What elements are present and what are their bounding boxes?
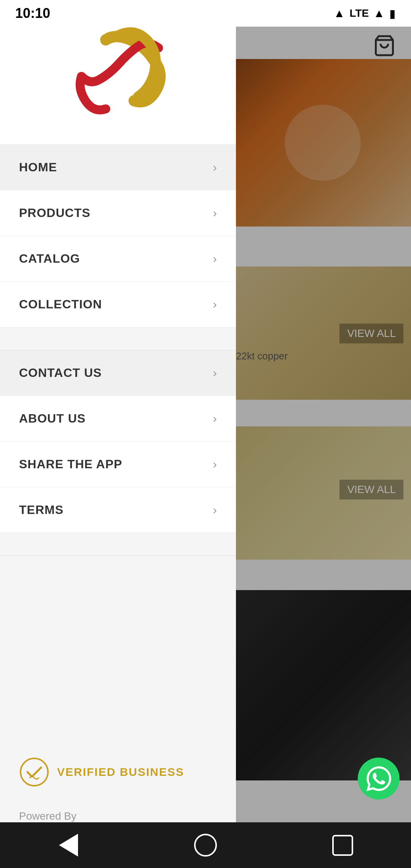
primary-menu: HOME › PRODUCTS › CATALOG › COLLECTION › — [0, 145, 236, 327]
sidebar-item-share-the-app[interactable]: SHARE THE APP › — [0, 442, 236, 487]
chevron-right-icon: › — [213, 457, 217, 471]
bottom-navigation — [0, 822, 411, 868]
recents-square-icon — [332, 835, 353, 856]
footer-divider — [0, 533, 236, 556]
catalog-label: CATALOG — [19, 252, 80, 266]
contact-us-label: CONTACT US — [19, 366, 102, 380]
navigation-drawer: HOME › PRODUCTS › CATALOG › COLLECTION ›… — [0, 0, 236, 868]
about-us-label: ABOUT US — [19, 412, 86, 426]
chevron-right-icon: › — [213, 412, 217, 426]
chevron-right-icon: › — [213, 366, 217, 380]
svg-point-1 — [21, 758, 48, 786]
home-label: HOME — [19, 160, 57, 174]
sidebar-item-terms[interactable]: TERMS › — [0, 487, 236, 533]
battery-icon: ▮ — [389, 7, 396, 20]
brand-logo — [57, 19, 179, 126]
recents-button[interactable] — [327, 830, 358, 860]
chevron-right-icon: › — [213, 503, 217, 517]
drawer-footer: VERIFIED BUSINESS Powered By Jewelxy ∞ v… — [0, 556, 236, 868]
status-bar: 10:10 ▲ LTE ▲ ▮ — [0, 0, 411, 27]
chevron-right-icon: › — [213, 297, 217, 311]
sidebar-item-contact-us[interactable]: CONTACT US › — [0, 350, 236, 396]
verified-badge: VERIFIED BUSINESS — [19, 757, 217, 787]
home-button[interactable] — [190, 830, 221, 860]
chevron-right-icon: › — [213, 160, 217, 174]
status-icons: ▲ LTE ▲ ▮ — [334, 7, 396, 20]
sidebar-item-products[interactable]: PRODUCTS › — [0, 190, 236, 236]
wifi-icon: ▲ — [334, 7, 345, 20]
sidebar-item-catalog[interactable]: CATALOG › — [0, 236, 236, 282]
back-arrow-icon — [59, 834, 78, 857]
collection-label: COLLECTION — [19, 297, 102, 311]
terms-label: TERMS — [19, 503, 64, 517]
sidebar-item-about-us[interactable]: ABOUT US › — [0, 396, 236, 442]
lte-icon: LTE — [349, 7, 369, 19]
products-label: PRODUCTS — [19, 206, 91, 220]
verified-icon — [19, 757, 49, 787]
secondary-menu: CONTACT US › ABOUT US › SHARE THE APP › … — [0, 350, 236, 533]
whatsapp-icon — [366, 766, 391, 791]
chevron-right-icon: › — [213, 252, 217, 266]
status-time: 10:10 — [15, 5, 50, 21]
sidebar-item-collection[interactable]: COLLECTION › — [0, 282, 236, 327]
chevron-right-icon: › — [213, 206, 217, 220]
signal-icon: ▲ — [373, 7, 385, 20]
powered-by-text: Powered By — [19, 810, 217, 822]
verified-text: VERIFIED BUSINESS — [57, 766, 184, 779]
back-button[interactable] — [53, 830, 84, 860]
whatsapp-button[interactable] — [358, 758, 400, 799]
sidebar-item-home[interactable]: HOME › — [0, 145, 236, 190]
share-the-app-label: SHARE THE APP — [19, 457, 122, 471]
home-circle-icon — [194, 834, 217, 857]
menu-divider — [0, 327, 236, 350]
